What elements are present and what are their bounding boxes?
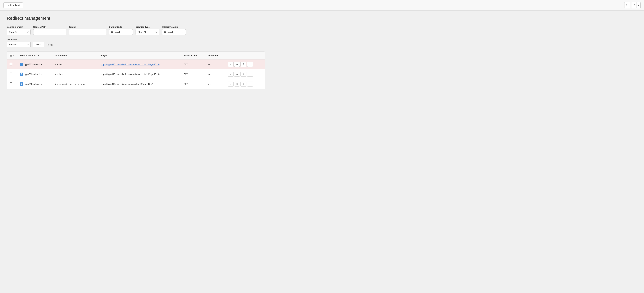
toggle-button-1[interactable]: ◉ [234,72,240,77]
protected-select[interactable]: Show All [7,42,30,48]
col-target-label: Target [101,54,107,57]
row-actions-0: ✏ ◉ 🗑 ⋮ [225,59,265,69]
row-protected-2: Yes [205,79,225,89]
redirects-table: ▾ Source Domain ▲ Source Path Target St [7,52,265,89]
filter-button[interactable]: Filter [32,42,44,48]
row-checkbox-0[interactable] [10,63,12,66]
domain-icon-2: C [20,82,23,86]
target-label: Target [69,26,106,28]
sort-asc-icon: ▲ [37,54,40,57]
creation-type-label: Creation type [136,26,159,28]
integrity-status-label: Integrity status [162,26,186,28]
table-header-row: ▾ Source Domain ▲ Source Path Target St [7,52,265,59]
filters-section: Source Domain Show All Source Path Targe… [7,26,265,48]
share-icon: ⤴ [634,4,635,7]
status-code-filter-group: Status Code Show All [109,26,133,35]
col-header-source-domain[interactable]: Source Domain ▲ [17,52,53,59]
target-filter-group: Target [69,26,106,35]
row-protected-0: No [205,59,225,69]
integrity-status-filter-group: Integrity status Show All [162,26,186,35]
toggle-button-0[interactable]: ◉ [234,62,240,67]
reset-button[interactable]: Reset [46,42,53,48]
table-row: Ctypo313.ddev.site/redirecthttps://typo3… [7,69,265,79]
col-status-code-label: Status Code [184,54,197,57]
header-checkbox-group: ▾ [10,54,14,57]
main-content: Redirect Management Source Domain Show A… [0,11,272,94]
refresh-button[interactable]: ↻ [624,2,630,8]
delete-button-1[interactable]: 🗑 [240,72,246,77]
col-header-actions [225,52,265,59]
row-checkbox-1[interactable] [10,73,12,75]
creation-type-filter-group: Creation type Show All [136,26,159,35]
col-header-target: Target [98,52,181,59]
checkbox-dropdown-arrow[interactable]: ▾ [13,55,14,57]
domain-cell-2: Ctypo313.ddev.site [20,82,50,86]
row-source-domain-1: Ctypo313.ddev.site [17,69,53,79]
chevron-down-icon: ▾ [638,4,639,6]
more-button-1[interactable]: ⋮ [247,72,253,77]
select-all-checkbox[interactable] [10,54,12,57]
domain-text-1: typo313.ddev.site [25,73,42,76]
delete-button-2[interactable]: 🗑 [240,82,246,87]
delete-button-0[interactable]: 🗑 [240,62,246,67]
row-status-code-2: 307 [181,79,205,89]
row-status-code-1: 307 [181,69,205,79]
source-path-filter-group: Source Path [33,26,66,35]
row-source-path-0: /redirect [53,59,98,69]
source-domain-filter-group: Source Domain Show All [7,26,30,35]
table-container: ▾ Source Domain ▲ Source Path Target St [7,52,265,89]
edit-button-2[interactable]: ✏ [228,82,234,87]
action-cell-2: ✏ ◉ 🗑 ⋮ [228,82,262,87]
page-title: Redirect Management [7,16,265,21]
row-target-1: https://typo313.ddev.site/formulare/kont… [98,69,181,79]
col-source-path-label: Source Path [55,54,68,57]
row-source-domain-0: Ctypo313.ddev.site [17,59,53,69]
protected-filter-group: Protected Show All [7,38,30,48]
source-path-label: Source Path [33,26,66,28]
col-header-status-code: Status Code [181,52,205,59]
edit-button-1[interactable]: ✏ [228,72,234,77]
domain-icon-1: C [20,73,23,76]
row-checkbox-cell-2 [7,79,17,89]
row-checkbox-cell-1 [7,69,17,79]
more-button-0[interactable]: ⋮ [247,62,253,67]
add-redirect-button[interactable]: + Add redirect [4,3,23,8]
filters-row-main: Source Domain Show All Source Path Targe… [7,26,265,35]
top-bar: + Add redirect ↻ ⤴ ▾ [0,0,644,11]
toggle-button-2[interactable]: ◉ [234,82,240,87]
source-domain-label: Source Domain [7,26,30,28]
table-row: Ctypo313.ddev.site/redirecthttps://typo3… [7,59,265,69]
source-path-input[interactable] [33,29,66,35]
row-source-path-1: /redirect [53,69,98,79]
svg-rect-0 [10,55,12,56]
edit-button-0[interactable]: ✏ [228,62,234,67]
domain-cell-0: Ctypo313.ddev.site [20,63,50,66]
row-target-2: https://typo313.ddev.site/extensions.htm… [98,79,181,89]
action-cell-1: ✏ ◉ 🗑 ⋮ [228,72,262,77]
checkbox-dashes-icon [10,54,12,57]
row-source-domain-2: Ctypo313.ddev.site [17,79,53,89]
target-input[interactable] [69,29,106,35]
row-status-code-0: 307 [181,59,205,69]
domain-text-0: typo313.ddev.site [25,63,42,66]
share-dropdown-button[interactable]: ▾ [636,2,640,8]
top-bar-actions: ↻ ⤴ ▾ [624,2,640,8]
integrity-status-select[interactable]: Show All [162,29,186,35]
creation-type-select[interactable]: Show All [136,29,159,35]
col-source-domain-label: Source Domain [20,54,36,57]
share-button-group: ⤴ ▾ [632,2,640,8]
source-domain-select[interactable]: Show All [7,29,30,35]
row-checkbox-cell-0 [7,59,17,69]
action-cell-0: ✏ ◉ 🗑 ⋮ [228,62,262,67]
status-code-label: Status Code [109,26,133,28]
select-all-header: ▾ [7,52,17,59]
row-target-0: https://typo313.ddev.site/formulare/kont… [98,59,181,69]
status-code-select[interactable]: Show All [109,29,133,35]
col-protected-label: Protected [208,54,218,57]
row-source-path-2: /never-delete-me-i-am-so-jung [53,79,98,89]
share-button[interactable]: ⤴ [632,2,636,8]
more-button-2[interactable]: ⋮ [247,82,253,87]
row-checkbox-2[interactable] [10,82,12,85]
domain-cell-1: Ctypo313.ddev.site [20,73,50,76]
target-link-0[interactable]: https://typo313.ddev.site/formulare/kont… [101,63,160,66]
